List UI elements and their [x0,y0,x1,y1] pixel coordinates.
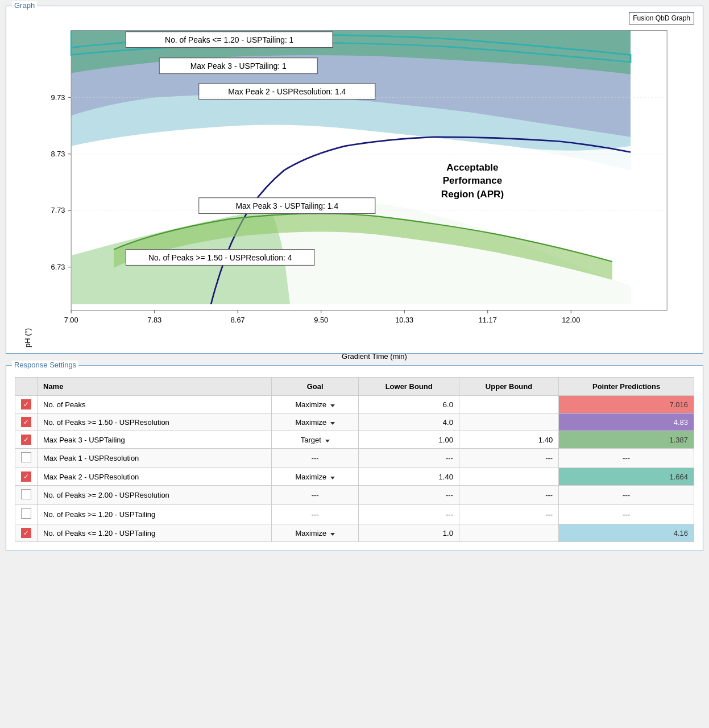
table-row: ✓Max Peak 2 - USPResolutionMaximize 1.40… [15,468,694,486]
row-name: No. of Peaks >= 2.00 - USPResolution [38,486,272,505]
row-lower-bound: --- [359,486,459,505]
table-row: No. of Peaks >= 1.20 - USPTailing-------… [15,505,694,524]
row-name: Max Peak 3 - USPTailing [38,431,272,449]
row-name: No. of Peaks >= 1.20 - USPTailing [38,505,272,524]
row-lower-bound: 1.40 [359,468,459,486]
col-header-checkbox [15,378,38,396]
svg-text:Max Peak 2 - USPResolution: 1.: Max Peak 2 - USPResolution: 1.4 [228,87,346,96]
col-header-upper-bound: Upper Bound [459,378,558,396]
row-checkbox[interactable] [15,486,38,505]
row-goal[interactable]: Maximize [271,468,359,486]
svg-text:7.83: 7.83 [147,316,161,324]
row-checkbox[interactable]: ✓ [15,468,38,486]
row-goal: --- [271,449,359,468]
row-predictions: 1.387 [559,431,694,449]
y-axis-label: pH (°) [18,18,35,348]
svg-text:6.73: 6.73 [51,263,65,271]
table-row: No. of Peaks >= 2.00 - USPResolution----… [15,486,694,505]
row-checkbox[interactable]: ✓ [15,524,38,542]
row-predictions: --- [559,449,694,468]
svg-text:9.73: 9.73 [51,93,65,102]
svg-text:8.73: 8.73 [51,150,65,158]
row-upper-bound [459,396,558,413]
chart-inner: No. of Peaks <= 1.20 - USPTailing: 1 Max… [35,18,691,348]
graph-section: Graph Fusion QbD Graph pH (°) [6,6,703,354]
svg-text:No. of Peaks <= 1.20 - USPTail: No. of Peaks <= 1.20 - USPTailing: 1 [165,35,294,44]
row-upper-bound: --- [459,449,558,468]
row-name: Max Peak 1 - USPResolution [38,449,272,468]
row-goal[interactable]: Target [271,431,359,449]
col-header-name: Name [38,378,272,396]
row-name: No. of Peaks >= 1.50 - USPResolution [38,413,272,431]
x-axis-label: Gradient Time (min) [35,352,691,361]
row-goal[interactable]: Maximize [271,396,359,413]
goal-dropdown-arrow [325,440,330,442]
col-header-goal: Goal [271,378,359,396]
row-lower-bound: 4.0 [359,413,459,431]
row-predictions: --- [559,505,694,524]
row-predictions: --- [559,486,694,505]
chart-svg: No. of Peaks <= 1.20 - USPTailing: 1 Max… [35,18,691,348]
row-upper-bound [459,413,558,431]
row-goal[interactable]: Maximize [271,524,359,542]
row-upper-bound [459,468,558,486]
row-checkbox[interactable]: ✓ [15,431,38,449]
svg-text:7.73: 7.73 [51,206,65,214]
table-row: ✓No. of Peaks <= 1.20 - USPTailingMaximi… [15,524,694,542]
row-checkbox[interactable]: ✓ [15,396,38,413]
svg-text:10.33: 10.33 [395,316,413,324]
row-goal: --- [271,486,359,505]
chart-area: pH (°) [18,18,691,348]
goal-dropdown-arrow [330,422,335,425]
row-upper-bound [459,524,558,542]
response-settings-section: Response Settings Name Goal Lower Bound … [6,365,703,551]
row-upper-bound: 1.40 [459,431,558,449]
svg-text:9.50: 9.50 [314,316,328,324]
row-name: No. of Peaks <= 1.20 - USPTailing [38,524,272,542]
row-checkbox[interactable] [15,449,38,468]
table-row: ✓No. of Peaks >= 1.50 - USPResolutionMax… [15,413,694,431]
svg-text:No. of Peaks >= 1.50 - USPReso: No. of Peaks >= 1.50 - USPResolution: 4 [148,253,292,262]
goal-dropdown-arrow [330,404,335,407]
svg-text:Max Peak 3 - USPTailing: 1.4: Max Peak 3 - USPTailing: 1.4 [235,201,338,210]
svg-text:7.00: 7.00 [64,316,78,324]
row-upper-bound: --- [459,505,558,524]
col-header-lower-bound: Lower Bound [359,378,459,396]
row-checkbox[interactable]: ✓ [15,413,38,431]
table-row: Max Peak 1 - USPResolution------------ [15,449,694,468]
svg-text:Performance: Performance [443,175,503,186]
svg-text:Region (APR): Region (APR) [441,189,504,200]
row-predictions: 4.16 [559,524,694,542]
svg-text:Max Peak 3 - USPTailing: 1: Max Peak 3 - USPTailing: 1 [190,61,287,71]
goal-dropdown-arrow [330,477,335,479]
svg-text:Acceptable: Acceptable [446,162,498,173]
goal-dropdown-arrow [330,533,335,536]
row-lower-bound: --- [359,505,459,524]
row-lower-bound: 1.00 [359,431,459,449]
row-name: No. of Peaks [38,396,272,413]
svg-text:8.67: 8.67 [231,316,245,324]
table-row: ✓No. of PeaksMaximize 6.07.016 [15,396,694,413]
row-predictions: 7.016 [559,396,694,413]
svg-text:12.00: 12.00 [562,316,580,324]
row-predictions: 4.83 [559,413,694,431]
row-name: Max Peak 2 - USPResolution [38,468,272,486]
row-lower-bound: 6.0 [359,396,459,413]
row-lower-bound: 1.0 [359,524,459,542]
response-settings-table: Name Goal Lower Bound Upper Bound Pointe… [15,377,694,542]
response-settings-title: Response Settings [12,361,78,369]
table-row: ✓Max Peak 3 - USPTailingTarget 1.001.401… [15,431,694,449]
row-upper-bound: --- [459,486,558,505]
svg-text:11.17: 11.17 [479,316,497,324]
col-header-predictions: Pointer Predictions [559,378,694,396]
row-goal: --- [271,505,359,524]
row-lower-bound: --- [359,449,459,468]
row-checkbox[interactable] [15,505,38,524]
row-goal[interactable]: Maximize [271,413,359,431]
row-predictions: 1.664 [559,468,694,486]
